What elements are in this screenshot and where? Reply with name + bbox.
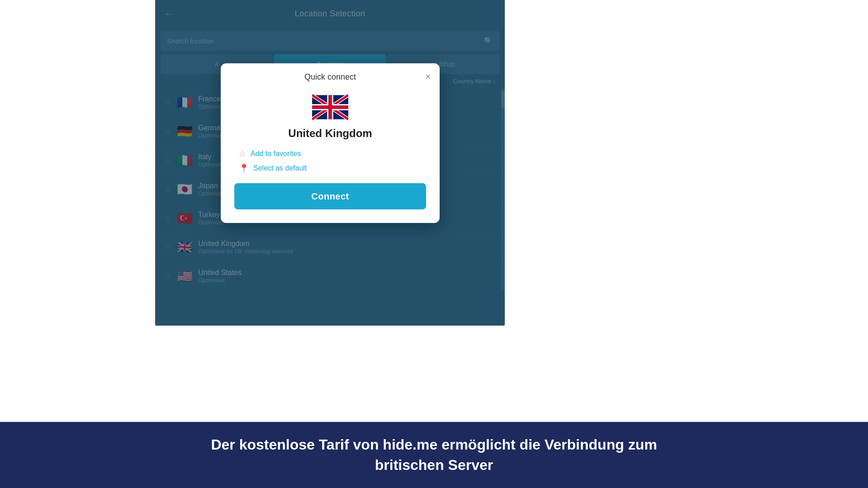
star-icon: ☆	[239, 149, 246, 159]
banner-line1: Der kostenlose Tarif von hide.me ermögli…	[211, 436, 657, 453]
modal-header: Quick connect ×	[221, 63, 440, 86]
quick-connect-modal: Quick connect × United Kingdom ☆ Add to …	[221, 63, 440, 223]
select-as-default-label: Select as default	[253, 164, 307, 172]
modal-country-name: United Kingdom	[221, 127, 440, 140]
connect-button[interactable]: Connect	[234, 183, 426, 209]
location-pin-icon: 📍	[239, 163, 249, 173]
uk-flag-icon	[312, 94, 348, 121]
bottom-banner: Der kostenlose Tarif von hide.me ermögli…	[0, 422, 868, 488]
modal-flag-area	[221, 94, 440, 121]
banner-text: Der kostenlose Tarif von hide.me ermögli…	[211, 435, 657, 475]
add-to-favorites-label: Add to favorites	[251, 150, 301, 158]
select-as-default-option[interactable]: 📍 Select as default	[239, 163, 422, 173]
modal-close-button[interactable]: ×	[425, 71, 431, 82]
banner-line2: britischen Server	[375, 457, 493, 473]
modal-options: ☆ Add to favorites 📍 Select as default	[221, 149, 440, 173]
add-to-favorites-option[interactable]: ☆ Add to favorites	[239, 149, 422, 159]
modal-title: Quick connect	[304, 72, 356, 82]
connect-btn-area: Connect	[221, 183, 440, 209]
